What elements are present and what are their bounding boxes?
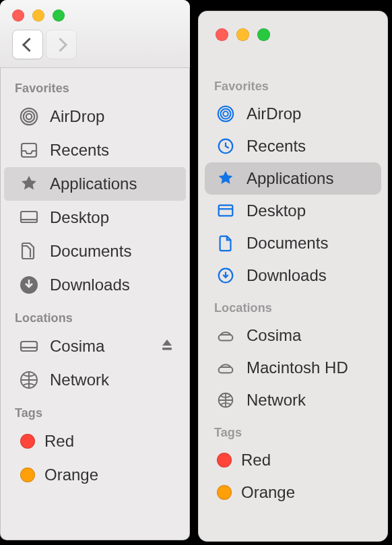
sidebar-tag-red[interactable]: Red [0, 424, 190, 458]
sidebar-item-label: Recents [247, 137, 306, 156]
document-icon [214, 232, 237, 255]
nav-buttons [12, 30, 77, 59]
tag-dot-icon [217, 485, 232, 500]
sidebar-item-desktop[interactable]: Desktop [198, 195, 388, 227]
desktop-window-icon [214, 199, 237, 222]
disk-icon [18, 335, 40, 358]
tag-dot-icon [20, 434, 35, 449]
sidebar-item-label: Network [50, 371, 109, 389]
sidebar: Favorites AirDrop Recents [198, 63, 388, 517]
tag-dot-icon [217, 453, 232, 468]
sidebar-item-network[interactable]: Network [0, 363, 190, 397]
section-header-locations: Locations [198, 292, 388, 319]
sidebar-item-label: Red [44, 432, 74, 451]
titlebar [198, 11, 388, 63]
sidebar-item-label: Recents [50, 141, 109, 160]
sidebar-item-recents[interactable]: Recents [0, 133, 190, 167]
sidebar-item-label: Documents [50, 242, 131, 261]
recents-tray-icon [18, 139, 40, 162]
section-header-locations: Locations [0, 302, 190, 329]
sidebar-item-label: Red [241, 451, 271, 470]
sidebar-item-network[interactable]: Network [198, 384, 388, 416]
fullscreen-window-button[interactable] [53, 9, 65, 22]
back-button[interactable] [12, 30, 43, 59]
sidebar-tag-red[interactable]: Red [198, 444, 388, 476]
sidebar-item-label: AirDrop [247, 104, 301, 123]
sidebar: Favorites AirDrop Recents [0, 68, 190, 499]
sidebar-tag-orange[interactable]: Orange [0, 458, 190, 492]
sidebar-item-label: Macintosh HD [247, 358, 348, 377]
disk-icon [214, 356, 237, 379]
applications-icon [214, 167, 237, 190]
window-controls [12, 9, 65, 22]
svg-rect-17 [219, 335, 233, 340]
sidebar-item-cosima[interactable]: Cosima [0, 329, 190, 363]
sidebar-item-downloads[interactable]: Downloads [198, 259, 388, 292]
sidebar-item-airdrop[interactable]: AirDrop [198, 98, 388, 130]
minimize-window-button[interactable] [32, 9, 44, 22]
tag-dot-icon [20, 468, 35, 482]
sidebar-item-label: Documents [247, 234, 328, 253]
svg-rect-18 [219, 367, 233, 373]
close-window-button[interactable] [216, 28, 228, 41]
sidebar-item-airdrop[interactable]: AirDrop [0, 100, 190, 133]
finder-sidebar-window-left: Favorites AirDrop Recents [0, 0, 190, 540]
svg-rect-14 [219, 205, 233, 216]
disk-icon [214, 324, 237, 347]
clock-icon [214, 135, 237, 158]
sidebar-item-label: Orange [44, 466, 98, 484]
sidebar-tag-orange[interactable]: Orange [198, 476, 388, 509]
documents-icon [18, 240, 40, 263]
svg-rect-8 [162, 348, 172, 350]
finder-sidebar-window-right: Favorites AirDrop Recents [198, 11, 388, 542]
sidebar-item-applications[interactable]: Applications [205, 162, 381, 195]
forward-button[interactable] [46, 30, 77, 59]
downloads-icon [18, 274, 40, 296]
svg-point-1 [24, 111, 34, 122]
network-icon [214, 389, 237, 412]
svg-point-11 [221, 109, 231, 119]
sidebar-item-desktop[interactable]: Desktop [0, 201, 190, 234]
sidebar-item-applications[interactable]: Applications [4, 167, 186, 201]
applications-icon [18, 172, 40, 195]
network-icon [18, 368, 40, 391]
sidebar-item-label: Orange [241, 483, 295, 502]
sidebar-item-label: AirDrop [50, 107, 104, 126]
sidebar-item-label: Network [247, 391, 306, 410]
sidebar-item-label: Downloads [50, 276, 130, 294]
close-window-button[interactable] [12, 9, 24, 22]
sidebar-item-label: Desktop [50, 208, 109, 227]
sidebar-item-documents[interactable]: Documents [0, 234, 190, 268]
section-header-favorites: Favorites [198, 70, 388, 98]
fullscreen-window-button[interactable] [257, 28, 270, 41]
chevron-right-icon [53, 37, 67, 51]
sidebar-item-label: Desktop [247, 201, 306, 220]
sidebar-item-label: Applications [50, 174, 137, 193]
sidebar-item-cosima[interactable]: Cosima [198, 319, 388, 352]
sidebar-item-recents[interactable]: Recents [198, 130, 388, 162]
sidebar-item-label: Downloads [247, 266, 327, 285]
svg-rect-4 [21, 212, 37, 222]
chevron-left-icon [22, 37, 36, 51]
section-header-favorites: Favorites [0, 72, 190, 100]
sidebar-item-label: Cosima [247, 326, 301, 345]
sidebar-item-documents[interactable]: Documents [198, 227, 388, 259]
titlebar [0, 0, 190, 68]
svg-point-0 [26, 114, 32, 119]
sidebar-item-macintosh-hd[interactable]: Macintosh HD [198, 352, 388, 384]
download-circle-icon [214, 264, 237, 287]
desktop-icon [18, 206, 40, 229]
sidebar-item-downloads[interactable]: Downloads [0, 268, 190, 302]
window-controls [216, 28, 270, 41]
eject-icon[interactable] [160, 338, 174, 354]
section-header-tags: Tags [198, 416, 388, 444]
minimize-window-button[interactable] [236, 28, 249, 41]
svg-point-10 [223, 111, 228, 116]
airdrop-icon [214, 102, 237, 125]
airdrop-icon [18, 105, 40, 128]
sidebar-item-label: Applications [247, 169, 333, 188]
sidebar-item-label: Cosima [50, 337, 104, 356]
section-header-tags: Tags [0, 397, 190, 424]
